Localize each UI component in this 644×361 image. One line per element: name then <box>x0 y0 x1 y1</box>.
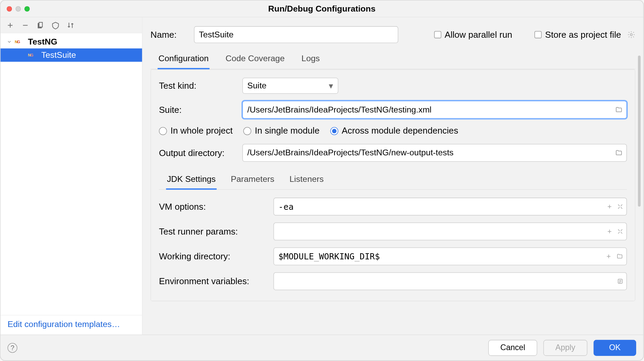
env-vars-input[interactable] <box>273 272 627 290</box>
folder-browse-icon[interactable] <box>616 253 623 259</box>
output-dir-label: Output directory: <box>159 148 234 158</box>
name-input[interactable] <box>194 26 398 43</box>
radio-across-modules[interactable]: Across module dependencies <box>330 126 458 136</box>
folder-browse-icon[interactable] <box>614 149 623 156</box>
dialog-window: Run/Debug Configurations NG TestNG <box>0 0 644 361</box>
suite-row: Suite: <box>159 101 627 119</box>
close-window-button[interactable] <box>7 6 12 12</box>
chevron-down-icon: ▾ <box>329 81 333 91</box>
traffic-lights <box>0 6 30 12</box>
store-project-checkbox[interactable]: Store as project file <box>534 30 635 40</box>
sidebar-footer: Edit configuration templates… <box>0 315 142 335</box>
gear-icon[interactable] <box>627 31 636 39</box>
store-project-label: Store as project file <box>545 30 621 40</box>
edit-templates-link[interactable]: Edit configuration templates… <box>7 320 120 329</box>
suite-label: Suite: <box>159 105 234 115</box>
working-dir-row: Working directory: <box>159 247 627 265</box>
header-row: Name: Allow parallel run Store as projec… <box>143 17 643 50</box>
radio-single-module[interactable]: In single module <box>243 126 319 136</box>
allow-parallel-checkbox[interactable]: Allow parallel run <box>434 30 512 40</box>
folder-browse-icon[interactable] <box>614 106 623 113</box>
radio-icon <box>159 127 167 135</box>
radio-whole-project[interactable]: In whole project <box>159 126 233 136</box>
tab-configuration[interactable]: Configuration <box>158 50 210 69</box>
zoom-window-button[interactable] <box>24 6 30 12</box>
vm-options-label: VM options: <box>159 202 266 212</box>
radio-icon <box>330 127 338 135</box>
runner-params-label: Test runner params: <box>159 226 266 237</box>
test-kind-row: Test kind: Suite ▾ <box>159 78 627 94</box>
vertical-scrollbar[interactable] <box>638 55 641 206</box>
radio-label: In whole project <box>171 126 233 136</box>
copy-icon[interactable] <box>36 21 45 30</box>
list-edit-icon[interactable] <box>617 278 623 284</box>
remove-icon[interactable] <box>21 21 30 30</box>
suite-input[interactable] <box>243 101 627 119</box>
sidebar-toolbar <box>0 17 142 33</box>
svg-point-2 <box>630 34 632 36</box>
tab-jdk-settings[interactable]: JDK Settings <box>166 172 217 190</box>
tree-group-testng[interactable]: NG TestNG <box>0 35 142 48</box>
vm-options-input[interactable] <box>273 198 627 216</box>
radio-icon <box>243 127 251 135</box>
checkbox-icon <box>534 31 541 38</box>
test-kind-select[interactable]: Suite ▾ <box>243 78 338 94</box>
config-panel: Test kind: Suite ▾ Suite: <box>150 69 635 301</box>
svg-text:NG: NG <box>15 39 20 44</box>
vm-options-row: VM options: <box>159 198 627 216</box>
runner-params-row: Test runner params: <box>159 223 627 240</box>
config-tree: NG TestNG NG TestSuite <box>0 33 142 315</box>
test-kind-label: Test kind: <box>159 81 234 91</box>
tree-item-testsuite[interactable]: NG TestSuite <box>0 48 142 62</box>
tree-item-label: TestSuite <box>41 50 76 60</box>
testng-icon: NG <box>15 38 25 45</box>
tab-listeners[interactable]: Listeners <box>289 172 325 189</box>
tab-coverage[interactable]: Code Coverage <box>225 50 285 69</box>
save-template-icon[interactable] <box>51 21 60 30</box>
insert-macro-icon[interactable] <box>606 228 612 235</box>
insert-macro-icon[interactable] <box>606 204 612 210</box>
window-title: Run/Debug Configurations <box>0 4 643 14</box>
expand-field-icon[interactable] <box>617 228 623 235</box>
help-button[interactable]: ? <box>7 343 17 353</box>
allow-parallel-label: Allow parallel run <box>445 30 512 40</box>
titlebar: Run/Debug Configurations <box>0 0 643 17</box>
radio-label: In single module <box>255 126 319 136</box>
dialog-body: NG TestNG NG TestSuite Edit configuratio… <box>0 17 643 334</box>
apply-button[interactable]: Apply <box>543 340 587 356</box>
insert-macro-icon[interactable] <box>606 253 612 259</box>
env-vars-row: Environment variables: <box>159 272 627 290</box>
name-label: Name: <box>150 30 183 40</box>
runner-params-input[interactable] <box>273 223 627 240</box>
search-scope-radios: In whole project In single module Across… <box>159 126 627 136</box>
svg-text:NG: NG <box>28 53 33 57</box>
tab-parameters[interactable]: Parameters <box>230 172 275 189</box>
content-area: Configuration Code Coverage Logs Test ki… <box>143 50 643 334</box>
sidebar: NG TestNG NG TestSuite Edit configuratio… <box>0 17 142 334</box>
sort-icon[interactable] <box>66 21 75 30</box>
add-icon[interactable] <box>6 21 15 30</box>
minimize-window-button[interactable] <box>16 6 21 12</box>
output-dir-row: Output directory: <box>159 144 627 161</box>
testng-icon: NG <box>28 52 38 59</box>
env-vars-label: Environment variables: <box>159 276 266 286</box>
radio-label: Across module dependencies <box>342 126 458 136</box>
checkbox-icon <box>434 31 441 38</box>
test-kind-value: Suite <box>247 81 267 91</box>
tab-logs[interactable]: Logs <box>301 50 321 69</box>
output-dir-input[interactable] <box>243 144 627 161</box>
working-dir-input[interactable] <box>273 247 627 265</box>
cancel-button[interactable]: Cancel <box>488 340 537 356</box>
ok-button[interactable]: OK <box>593 340 636 356</box>
tree-group-label: TestNG <box>28 37 57 47</box>
main-tabs: Configuration Code Coverage Logs <box>150 50 635 69</box>
expand-icon <box>7 39 12 45</box>
expand-field-icon[interactable] <box>617 204 623 210</box>
working-dir-label: Working directory: <box>159 251 266 261</box>
dialog-footer: ? Cancel Apply OK <box>0 334 643 360</box>
main-panel: Name: Allow parallel run Store as projec… <box>143 17 643 334</box>
sub-tabs: JDK Settings Parameters Listeners <box>159 169 627 190</box>
